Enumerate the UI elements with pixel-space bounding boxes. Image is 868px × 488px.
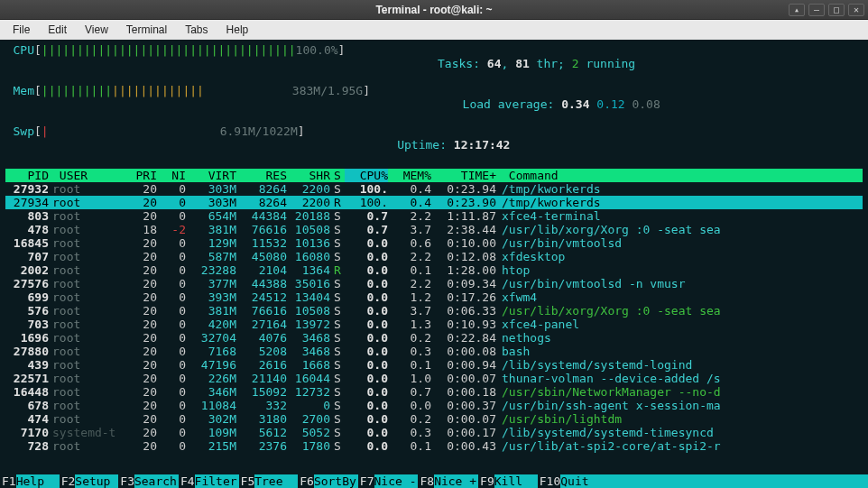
process-row[interactable]: 22571root200226M2114016044S0.01.00:00.07… [5,372,863,385]
process-row[interactable]: 439root2004719626161668S0.00.10:00.94/li… [5,358,863,372]
process-row[interactable]: 803root200654M4438420188S0.72.21:11.87xf… [5,209,863,223]
cpu-meter-text: 100.0% [296,43,338,84]
f10-key: F10 [538,474,560,488]
mem-meter-label: Mem [5,84,34,124]
process-row[interactable]: 678root200110843320S0.00.00:00.37/usr/bi… [5,399,863,412]
menu-view[interactable]: View [78,22,115,38]
menu-terminal[interactable]: Terminal [119,22,174,38]
process-row[interactable]: 478root18-2381M7661610508S0.73.72:38.44/… [5,223,863,236]
col-cpu[interactable]: CPU% [345,169,388,182]
menu-tabs[interactable]: Tabs [178,22,215,38]
col-state[interactable]: S [330,169,345,182]
process-row[interactable]: 728root200215M23761780S0.00.10:00.43/usr… [5,439,863,453]
process-row[interactable]: 707root200587M4508016080S0.02.20:12.08xf… [5,250,863,263]
f8-nice-plus[interactable]: Nice + [434,474,478,488]
window-titlebar: Terminal - root@kali: ~ ▴ – □ ✕ [0,0,868,20]
load-label: Load average: [463,97,562,111]
f3-search[interactable]: Search [134,474,179,488]
load-15: 0.08 [632,97,660,111]
f3-key: F3 [118,474,134,488]
process-row[interactable]: 576root200381M7661610508S0.03.70:06.33/u… [5,304,863,318]
process-row[interactable]: 474root200302M31802700S0.00.20:00.07/usr… [5,412,863,426]
mem-meter-bars-yellow: ||||||||||||| [112,84,204,124]
cpu-meter-label: CPU [5,43,34,84]
col-pri[interactable]: PRI [121,169,157,182]
f4-key: F4 [179,474,195,488]
col-ni[interactable]: NI [157,169,186,182]
process-row[interactable]: 27932root200303M82642200S100.0.40:23.94/… [5,182,863,196]
f1-help[interactable]: Help [16,474,60,488]
f7-nice-minus[interactable]: Nice - [374,474,419,488]
menubar: File Edit View Terminal Tabs Help [0,20,868,40]
process-row[interactable]: 7170systemd-t200109M56125052S0.00.30:00.… [5,426,863,439]
f10-quit[interactable]: Quit [560,474,868,488]
swp-meter-bars: | [42,124,49,165]
f9-kill[interactable]: Kill [494,474,538,488]
running-count: 2 [572,57,579,70]
window-close-button[interactable]: ✕ [848,4,864,16]
window-buttons: ▴ – □ ✕ [789,4,864,16]
col-time[interactable]: TIME+ [431,169,496,182]
f2-setup[interactable]: Setup [75,474,118,488]
col-user[interactable]: USER [49,169,121,182]
footer-bar: F1Help F2Setup F3Search F4Filter F5Tree … [0,474,868,488]
htop-header: CPU [ ||||||||||||||||||||||||||||||||||… [5,43,863,165]
f8-key: F8 [418,474,434,488]
process-row[interactable]: 27576root200377M4438835016S0.02.20:09.34… [5,277,863,290]
load-5: 0.12 [596,97,624,111]
tasks-count: 64 [487,57,502,70]
process-row[interactable]: 1696root2003270440763468S0.00.20:22.84ne… [5,331,863,345]
col-command[interactable]: Command [496,169,863,182]
process-row[interactable]: 27880root200716852083468S0.00.30:00.08ba… [5,345,863,358]
process-row[interactable]: 16448root200346M1509212732S0.00.70:00.18… [5,385,863,399]
process-row[interactable]: 2002root2002328821041364R0.00.11:28.00ht… [5,263,863,277]
swp-meter-text: 6.91M/1022M [220,124,298,165]
f9-key: F9 [478,474,494,488]
process-row[interactable]: 699root200393M2451213404S0.01.20:17.26xf… [5,290,863,304]
uptime-label: Uptime: [397,138,454,152]
window-minimize-button[interactable]: – [808,4,825,16]
mem-meter-text: 383M/1.95G [292,84,363,124]
col-shr[interactable]: SHR [287,169,330,182]
f6-sortby[interactable]: SortBy [314,474,358,488]
window-maximize-button[interactable]: □ [828,4,845,16]
cpu-meter-bars: |||||||||||||||||||||||||||||||||||| [42,43,296,84]
process-row[interactable]: 703root200420M2716413972S0.01.30:10.93xf… [5,318,863,331]
f6-key: F6 [298,474,314,488]
tasks-label: Tasks: [438,57,487,70]
process-row[interactable]: 27934root200303M82642200R100.0.40:23.90/… [5,196,863,209]
col-virt[interactable]: VIRT [186,169,236,182]
menu-edit[interactable]: Edit [41,22,74,38]
f4-filter[interactable]: Filter [195,474,239,488]
load-1: 0.34 [561,97,589,111]
mem-meter-bars-green: |||||||||| [42,84,112,124]
col-pid[interactable]: PID [5,169,49,182]
col-res[interactable]: RES [236,169,287,182]
swp-meter-label: Swp [5,124,34,165]
column-header[interactable]: PID USER PRI NI VIRT RES SHR S CPU% MEM%… [5,169,863,182]
process-list[interactable]: 27932root200303M82642200S100.0.40:23.94/… [5,182,863,453]
uptime-value: 12:17:42 [454,138,511,152]
f2-key: F2 [60,474,76,488]
menu-file[interactable]: File [5,22,37,38]
f7-key: F7 [358,474,374,488]
terminal-body[interactable]: CPU [ ||||||||||||||||||||||||||||||||||… [0,40,868,488]
menu-help[interactable]: Help [219,22,256,38]
process-row[interactable]: 16845root200129M1153210136S0.00.60:10.00… [5,236,863,250]
f5-tree[interactable]: Tree [254,474,298,488]
window-up-button[interactable]: ▴ [789,4,805,16]
col-mem[interactable]: MEM% [388,169,431,182]
threads-count: 81 [515,57,530,70]
f5-key: F5 [239,474,255,488]
window-title: Terminal - root@kali: ~ [375,4,492,16]
f1-key: F1 [0,474,16,488]
